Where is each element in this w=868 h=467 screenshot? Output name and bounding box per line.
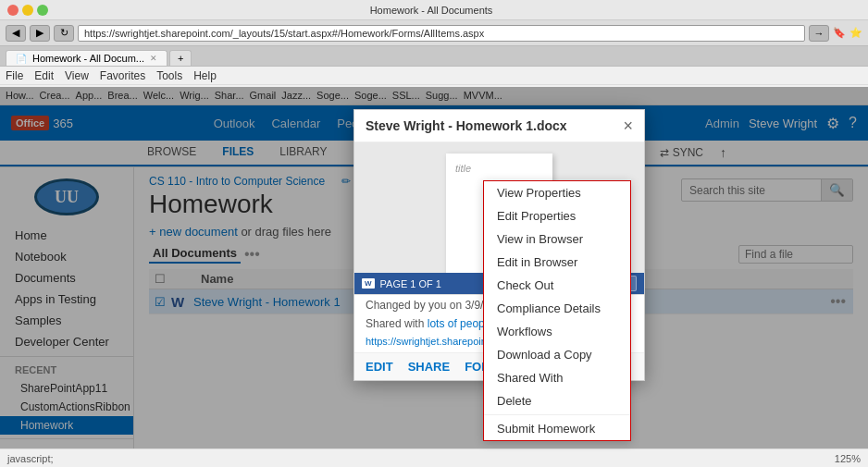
menu-edit[interactable]: Edit [34, 69, 54, 82]
tab-bar: 📄 Homework - All Docum... ✕ + [0, 46, 868, 67]
menu-favorites[interactable]: Favorites [100, 69, 145, 82]
refresh-btn[interactable]: ↻ [54, 25, 74, 42]
maximize-btn[interactable] [37, 5, 48, 16]
context-menu: View Properties Edit Properties View in … [483, 180, 631, 441]
modal-header: Steve Wright - Homework 1.docx × [354, 110, 644, 142]
word-icon-small: W [362, 278, 375, 289]
ctx-view-properties[interactable]: View Properties [484, 181, 630, 204]
modal-share-btn[interactable]: SHARE [408, 360, 451, 374]
browser-title-bar: Homework - All Documents [0, 0, 868, 20]
modal-close-btn[interactable]: × [623, 117, 633, 134]
tab-label: Homework - All Docum... [32, 53, 144, 64]
modal-edit-btn[interactable]: EDIT [366, 360, 393, 374]
tab-close-icon[interactable]: ✕ [150, 54, 157, 63]
ctx-divider [484, 414, 630, 415]
ctx-workflows[interactable]: Workflows [484, 320, 630, 343]
toolbar-extras: 🔖 ⭐ [833, 27, 862, 39]
ctx-check-out[interactable]: Check Out [484, 274, 630, 297]
ctx-shared-with[interactable]: Shared With [484, 366, 630, 389]
menu-view[interactable]: View [65, 69, 89, 82]
status-bar: javascript; 125% [0, 449, 868, 467]
tab-new[interactable]: + [169, 50, 192, 66]
menu-bar: File Edit View Favorites Tools Help [0, 67, 868, 85]
address-bar[interactable] [78, 25, 805, 42]
menu-help[interactable]: Help [193, 69, 217, 82]
shared-with-text: Shared with [366, 317, 424, 330]
menu-tools[interactable]: Tools [156, 69, 182, 82]
ctx-submit-homework[interactable]: Submit Homework [484, 417, 630, 440]
ctx-download[interactable]: Download a Copy [484, 343, 630, 366]
ctx-delete[interactable]: Delete [484, 389, 630, 412]
ctx-view-browser[interactable]: View in Browser [484, 227, 630, 251]
ctx-edit-browser[interactable]: Edit in Browser [484, 251, 630, 274]
modal-title: Steve Wright - Homework 1.docx [366, 118, 567, 133]
tab-homework[interactable]: 📄 Homework - All Docum... ✕ [6, 50, 167, 66]
go-btn[interactable]: → [809, 25, 829, 42]
browser-title: Homework - All Documents [370, 5, 493, 16]
ctx-edit-properties[interactable]: Edit Properties [484, 204, 630, 227]
forward-btn[interactable]: ▶ [30, 25, 50, 42]
close-btn[interactable] [7, 5, 19, 16]
browser-toolbar: ◀ ▶ ↻ → 🔖 ⭐ [0, 20, 868, 46]
window-controls [7, 5, 48, 16]
minimize-btn[interactable] [22, 5, 33, 16]
ctx-compliance[interactable]: Compliance Details [484, 297, 630, 320]
page-label: PAGE 1 OF 1 [380, 278, 441, 289]
status-left: javascript; [7, 453, 54, 464]
doc-preview-text: title [455, 163, 471, 174]
back-btn[interactable]: ◀ [6, 25, 26, 42]
status-right: 125% [835, 453, 861, 464]
menu-file[interactable]: File [6, 69, 23, 82]
tab-favicon: 📄 [16, 54, 27, 64]
